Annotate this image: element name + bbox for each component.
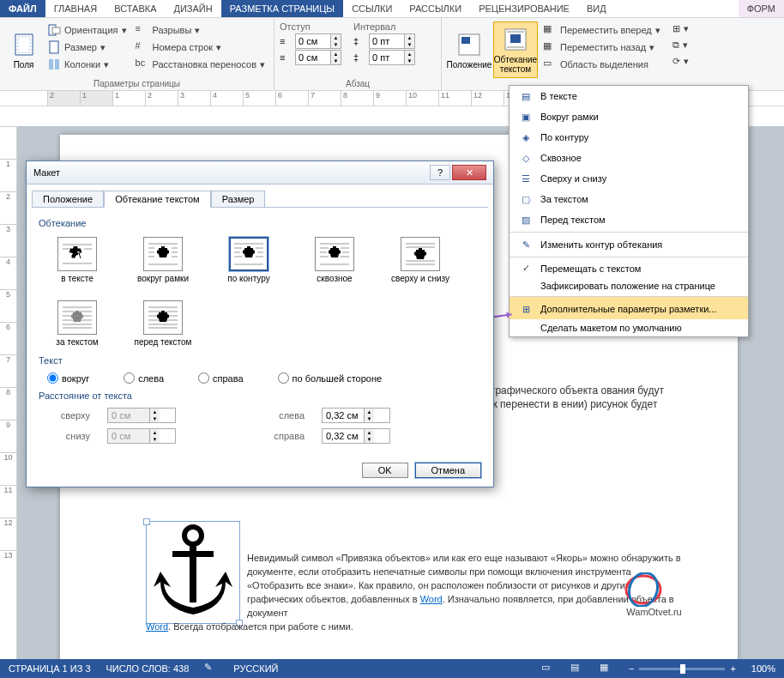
opt-topbottom[interactable]: сверху и снизу bbox=[390, 237, 450, 283]
watermark-logo: WamOtvet.ru bbox=[622, 572, 686, 617]
tab-file[interactable]: ФАЙЛ bbox=[0, 0, 45, 17]
wrap-behind-icon: ▢ bbox=[518, 192, 534, 206]
breaks-button[interactable]: ≡Разрывы ▾ bbox=[132, 21, 268, 39]
spin-up[interactable]: ▲ bbox=[330, 34, 341, 41]
svg-point-17 bbox=[624, 572, 662, 607]
align-button[interactable]: ⊞▾ bbox=[669, 21, 692, 36]
radio-right[interactable]: справа bbox=[198, 372, 244, 384]
orientation-icon bbox=[47, 23, 61, 37]
tab-references[interactable]: ССЫЛКИ bbox=[343, 0, 401, 17]
zoom-slider[interactable]: − + bbox=[629, 663, 736, 674]
dlg-tab-wrap[interactable]: Обтекание текстом bbox=[104, 191, 211, 208]
zoom-in-button[interactable]: + bbox=[730, 663, 735, 674]
dd-more-layout[interactable]: ⊞Дополнительные параметры разметки... bbox=[510, 296, 748, 319]
wrap-text-dropdown: ▤В тексте ▣Вокруг рамки ◈По контуру ◇Скв… bbox=[509, 85, 749, 337]
indent-right-input[interactable]: ▲▼ bbox=[295, 50, 341, 65]
wrap-text-button[interactable]: Обтекание текстом bbox=[493, 21, 538, 78]
dlg-tab-position[interactable]: Положение bbox=[32, 191, 104, 208]
dd-inline[interactable]: ▤В тексте bbox=[510, 86, 748, 106]
opt-behind[interactable]: за текстом bbox=[47, 300, 107, 347]
wrap-inline-icon: ▤ bbox=[518, 89, 534, 103]
dd-move-with-text[interactable]: ✓Перемещать с текстом bbox=[510, 257, 748, 277]
wrap-topbottom-icon: ☰ bbox=[518, 172, 534, 185]
columns-icon bbox=[47, 58, 61, 71]
indent-left-input[interactable]: ▲▼ bbox=[295, 33, 341, 49]
rotate-button[interactable]: ⟳▾ bbox=[669, 54, 692, 69]
dist-left-input[interactable]: ▲▼ bbox=[322, 408, 390, 423]
spacing-after-icon: ‡ bbox=[353, 52, 365, 63]
tab-design[interactable]: ДИЗАЙН bbox=[165, 0, 220, 17]
help-button[interactable]: ? bbox=[430, 165, 450, 180]
body-text-2: Невидимый символ «Привязка объектов» или… bbox=[146, 551, 686, 633]
hyphenation-button[interactable]: bcРасстановка переносов ▾ bbox=[132, 56, 268, 73]
page-indicator[interactable]: СТРАНИЦА 1 ИЗ 3 bbox=[9, 663, 91, 674]
opt-inline[interactable]: в тексте bbox=[47, 237, 107, 283]
opt-square[interactable]: вокруг рамки bbox=[133, 237, 193, 283]
hyphenation-icon: bc bbox=[136, 58, 149, 71]
orientation-button[interactable]: Ориентация ▾ bbox=[44, 21, 130, 39]
word-count[interactable]: ЧИСЛО СЛОВ: 438 bbox=[106, 663, 190, 674]
svg-rect-6 bbox=[55, 59, 59, 70]
radio-around[interactable]: вокруг bbox=[47, 372, 89, 384]
dist-top-input[interactable]: ▲▼ bbox=[107, 408, 176, 423]
dd-through[interactable]: ◇Сквозное bbox=[510, 148, 748, 168]
dlg-tab-size[interactable]: Размер bbox=[211, 191, 266, 208]
indent-left-icon: ≡ bbox=[280, 36, 292, 46]
dd-set-default[interactable]: Сделать макетом по умолчанию bbox=[510, 319, 748, 336]
tab-review[interactable]: РЕЦЕНЗИРОВАНИЕ bbox=[470, 0, 578, 17]
opt-tight[interactable]: по контуру bbox=[219, 237, 279, 283]
spellcheck-icon[interactable]: ✎ bbox=[204, 662, 218, 675]
web-layout-icon[interactable]: ▦ bbox=[600, 662, 613, 675]
cancel-button[interactable]: Отмена bbox=[415, 463, 481, 478]
vertical-ruler[interactable]: 12345678910111213 bbox=[0, 126, 17, 659]
spacing-before-icon: ‡ bbox=[353, 36, 365, 46]
spacing-before-input[interactable]: ▲▼ bbox=[369, 33, 415, 49]
dd-tight[interactable]: ◈По контуру bbox=[510, 127, 748, 148]
tab-insert[interactable]: ВСТАВКА bbox=[106, 0, 165, 17]
svg-rect-10 bbox=[510, 34, 521, 43]
spacing-after-input[interactable]: ▲▼ bbox=[369, 50, 415, 65]
ok-button[interactable]: OK bbox=[362, 463, 408, 478]
group-button[interactable]: ⧉▾ bbox=[669, 38, 692, 52]
opt-through[interactable]: сквозное bbox=[305, 237, 365, 283]
dd-topbottom[interactable]: ☰Сверху и снизу bbox=[510, 168, 748, 189]
svg-rect-0 bbox=[15, 34, 33, 55]
dd-fix-position[interactable]: Зафиксировать положение на странице bbox=[510, 277, 748, 294]
dd-behind[interactable]: ▢За текстом bbox=[510, 189, 748, 209]
size-button[interactable]: Размер ▾ bbox=[44, 39, 130, 56]
close-button[interactable]: ✕ bbox=[452, 165, 486, 180]
tab-format[interactable]: ФОРМ bbox=[739, 0, 784, 17]
send-backward-button[interactable]: ▦Переместить назад ▾ bbox=[540, 39, 664, 56]
position-button[interactable]: Положение bbox=[447, 21, 492, 78]
columns-button[interactable]: Колонки ▾ bbox=[44, 56, 130, 73]
wrap-front-icon: ▨ bbox=[518, 213, 534, 227]
margins-button[interactable]: Поля bbox=[5, 21, 42, 78]
tab-home[interactable]: ГЛАВНАЯ bbox=[45, 0, 106, 17]
svg-point-13 bbox=[184, 527, 202, 544]
group-page-setup: Параметры страницы bbox=[0, 79, 274, 88]
tab-page-layout[interactable]: РАЗМЕТКА СТРАНИЦЫ bbox=[221, 0, 343, 17]
opt-front[interactable]: перед текстом bbox=[133, 300, 193, 347]
line-numbers-button[interactable]: #Номера строк ▾ bbox=[132, 39, 268, 56]
dist-bottom-input[interactable]: ▲▼ bbox=[107, 428, 176, 444]
svg-rect-3 bbox=[52, 27, 60, 33]
dd-edit-points[interactable]: ✎Изменить контур обтекания bbox=[510, 232, 748, 255]
dd-square[interactable]: ▣Вокруг рамки bbox=[510, 106, 748, 127]
dd-front[interactable]: ▨Перед текстом bbox=[510, 209, 748, 230]
language-indicator[interactable]: РУССКИЙ bbox=[233, 663, 278, 674]
read-mode-icon[interactable]: ▭ bbox=[541, 662, 555, 675]
print-layout-icon[interactable]: ▤ bbox=[570, 662, 584, 675]
svg-rect-4 bbox=[50, 41, 58, 53]
tab-view[interactable]: ВИД bbox=[578, 0, 615, 17]
zoom-level[interactable]: 100% bbox=[751, 663, 775, 674]
radio-left[interactable]: слева bbox=[124, 372, 164, 384]
bring-forward-button[interactable]: ▦Переместить вперед ▾ bbox=[540, 21, 664, 39]
tab-mailings[interactable]: РАССЫЛКИ bbox=[401, 0, 470, 17]
radio-largest[interactable]: по большей стороне bbox=[278, 372, 383, 384]
svg-rect-8 bbox=[461, 37, 470, 44]
zoom-out-button[interactable]: − bbox=[629, 663, 634, 674]
spin-down[interactable]: ▼ bbox=[330, 41, 341, 48]
dist-right-input[interactable]: ▲▼ bbox=[322, 428, 390, 444]
selection-pane-button[interactable]: ▭Область выделения bbox=[540, 56, 664, 73]
word-link[interactable]: Word bbox=[420, 594, 443, 604]
